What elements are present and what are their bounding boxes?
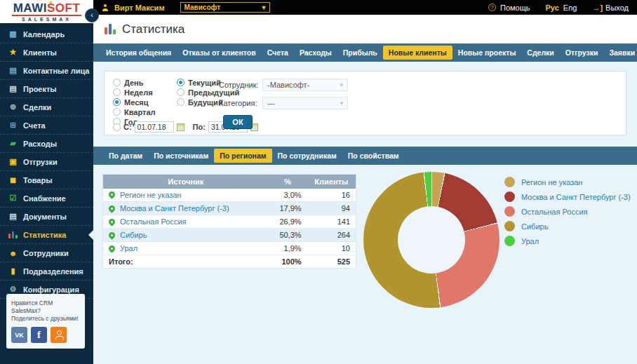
column-percent[interactable]: %	[269, 175, 307, 189]
radio-label[interactable]: Текущий	[188, 79, 221, 87]
region-name: Остальная Россия	[120, 217, 187, 226]
tab-deals[interactable]: Сделки	[521, 46, 559, 60]
employee-select-value: -Мависофт-	[267, 81, 309, 89]
sidebar-item-supply[interactable]: ☑ Снабжение	[0, 189, 93, 208]
sidebar-item-invoices[interactable]: ⊞ Счета	[0, 116, 93, 135]
logo[interactable]: ★ MAWISOFT SALESMAX	[0, 0, 93, 23]
region-clients: 16	[307, 189, 356, 202]
sidebar-item-label: Документы	[23, 213, 67, 221]
subtab-by-employees[interactable]: По сотрудникам	[272, 149, 342, 163]
legend-label: Сибирь	[521, 222, 548, 231]
tab-invoices[interactable]: Счета	[262, 46, 294, 60]
tab-expenses[interactable]: Расходы	[294, 46, 337, 60]
tab-shipments[interactable]: Отгрузки	[560, 46, 604, 60]
table-row: Москва и Санкт Петербург (-3) 17,9% 94	[103, 202, 356, 215]
column-clients[interactable]: Клиенты	[307, 175, 356, 189]
tab-new-projects[interactable]: Новые проекты	[452, 46, 522, 60]
star-icon: ★	[8, 48, 18, 57]
radio-circle[interactable]	[113, 88, 121, 96]
tab-new-clients[interactable]: Новые клиенты	[383, 46, 452, 60]
legend-label: Урал	[521, 237, 539, 245]
tab-client-refusals[interactable]: Отказы от клиентов	[177, 46, 261, 60]
sidebar-item-expenses[interactable]: ▰ Расходы	[0, 135, 93, 153]
radio-circle[interactable]	[177, 88, 185, 96]
lang-en-toggle[interactable]: Eng	[563, 4, 577, 12]
radio-circle-checked[interactable]	[113, 98, 121, 106]
sidebar-item-label: Снабжение	[23, 194, 66, 203]
basket-icon: ☑	[8, 194, 18, 203]
region-link[interactable]: Регион не указан	[109, 191, 263, 199]
content: День Неделя Месяц Квартал Год	[93, 62, 637, 364]
radio-label[interactable]: Квартал	[124, 108, 156, 116]
radio-circle[interactable]	[177, 98, 185, 106]
radio-month[interactable]: Месяц	[113, 97, 156, 107]
radio-day[interactable]: День	[113, 78, 156, 87]
subtab-by-properties[interactable]: По свойствам	[342, 149, 405, 163]
sidebar-item-goods[interactable]: ◼ Товары	[0, 171, 93, 189]
bar-chart-icon	[105, 24, 116, 34]
logout-button[interactable]: →] Выход	[592, 4, 629, 12]
total-label: Итого:	[103, 255, 269, 269]
radio-circle[interactable]	[113, 108, 121, 116]
radio-circle[interactable]	[113, 79, 121, 86]
sidebar-item-departments[interactable]: ▮ Подразделения	[0, 262, 93, 281]
radio-custom-range[interactable]	[113, 123, 121, 131]
chart-legend: Регион не указан Москва и Санкт Петербур…	[504, 177, 631, 246]
radio-label[interactable]: Месяц	[124, 98, 148, 107]
sidebar-item-clients[interactable]: ★ Клиенты	[0, 43, 93, 62]
user-name[interactable]: Вирт Максим	[114, 4, 165, 12]
vk-icon[interactable]: VK	[11, 327, 27, 343]
help-icon[interactable]: ?	[488, 4, 496, 11]
radio-label[interactable]: Неделя	[124, 88, 153, 97]
company-select[interactable]: Мависофт ▾	[180, 2, 270, 13]
region-link[interactable]: Москва и Санкт Петербург (-3)	[109, 204, 263, 213]
sidebar-item-calendar[interactable]: ▦ Календарь	[0, 25, 93, 43]
total-percent: 100%	[269, 255, 307, 269]
date-from-label[interactable]: С:	[123, 123, 132, 131]
subtab-by-regions[interactable]: По регионам	[214, 149, 271, 163]
sidebar-item-deals[interactable]: ⊕ Сделки	[0, 98, 93, 116]
sidebar-item-projects[interactable]: ▤ Проекты	[0, 80, 93, 98]
help-link[interactable]: Помощь	[500, 4, 530, 12]
legend-swatch	[504, 206, 515, 217]
ok-button[interactable]: ОК	[223, 115, 253, 129]
employee-select[interactable]: -Мависофт- ▾	[262, 79, 348, 91]
sidebar-item-contacts[interactable]: ▤ Контактные лица	[0, 62, 93, 80]
tab-supply-requests[interactable]: Заявки на снабжение	[603, 46, 637, 60]
region-link[interactable]: Урал	[109, 244, 263, 252]
region-percent: 17,9%	[269, 202, 307, 215]
tab-communication-history[interactable]: История общения	[100, 46, 177, 60]
category-select[interactable]: --- ▾	[262, 97, 348, 109]
sidebar-item-statistics[interactable]: Статистика	[0, 226, 93, 244]
promo-line1: Нравится CRM SalesMax?	[11, 299, 80, 315]
radio-quarter[interactable]: Квартал	[113, 107, 156, 116]
sidebar-item-label: Сотрудники	[23, 249, 69, 257]
radio-label[interactable]: День	[124, 79, 144, 87]
legend-swatch	[504, 177, 515, 187]
odnoklassniki-icon[interactable]	[51, 327, 67, 343]
calendar-picker-icon[interactable]	[177, 123, 185, 131]
legend-label: Москва и Санкт Петербург (-3)	[521, 193, 631, 201]
column-source[interactable]: Источник	[103, 175, 269, 189]
radio-label[interactable]: Будущий	[188, 98, 223, 107]
tab-profit[interactable]: Прибыль	[337, 46, 383, 60]
region-link[interactable]: Сибирь	[109, 231, 263, 239]
subtab-by-dates[interactable]: По датам	[103, 149, 148, 163]
sidebar-collapse-button[interactable]: ‹	[85, 8, 99, 22]
subtab-by-sources[interactable]: По источникам	[148, 149, 214, 163]
date-from-input[interactable]	[135, 121, 174, 133]
calendar-icon: ▦	[8, 29, 18, 39]
facebook-icon[interactable]: f	[31, 327, 47, 343]
chevron-down-icon: ▾	[340, 100, 343, 107]
sidebar-item-documents[interactable]: ▤ Документы	[0, 208, 93, 226]
sidebar-item-shipments[interactable]: ▣ Отгрузки	[0, 153, 93, 171]
lang-ru-toggle[interactable]: Рус	[546, 4, 559, 12]
radio-circle-checked[interactable]	[177, 79, 185, 86]
total-clients[interactable]: 525	[307, 255, 356, 269]
invoices-icon: ⊞	[8, 121, 18, 130]
radio-week[interactable]: Неделя	[113, 88, 156, 97]
sidebar-item-employees[interactable]: ☻ Сотрудники	[0, 244, 93, 262]
region-link[interactable]: Остальная Россия	[109, 217, 263, 226]
sidebar-item-label: Счета	[23, 121, 46, 130]
building-icon: ▮	[8, 267, 18, 276]
